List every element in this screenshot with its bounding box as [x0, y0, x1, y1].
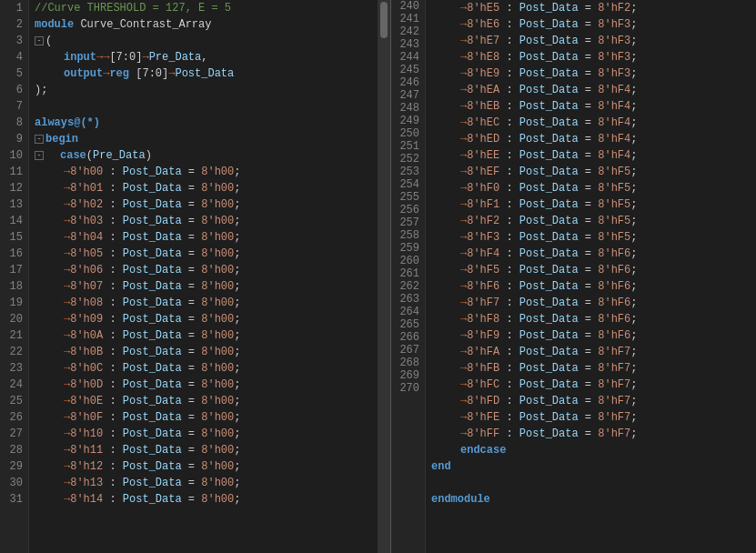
code-line-16: →8'h05 : Post_Data = 8'h00;: [35, 246, 378, 262]
r-line-242: →8'hE7 : Post_Data = 8'hF3;: [431, 33, 756, 49]
r-line-265: →8'hFE : Post_Data = 8'hF7;: [431, 409, 756, 426]
r-line-244: →8'hE9 : Post_Data = 8'hF3;: [431, 65, 756, 82]
r-line-256: →8'hF5 : Post_Data = 8'hF6;: [431, 262, 756, 278]
middle-scrollbar[interactable]: [378, 0, 390, 553]
right-pane: 240 241 242 243 244 245 246 247 248 249 …: [391, 0, 756, 553]
code-line-8: always@(*): [35, 115, 378, 131]
code-line-23: →8'h0C : Post_Data = 8'h00;: [35, 360, 378, 377]
code-line-2: module Curve_Contrast_Array: [35, 16, 378, 33]
code-line-26: →8'h0F : Post_Data = 8'h00;: [35, 409, 378, 426]
r-line-240: →8'hE5 : Post_Data = 8'hF2;: [431, 0, 756, 16]
r-line-264: →8'hFD : Post_Data = 8'hF7;: [431, 393, 756, 409]
code-line-24: →8'h0D : Post_Data = 8'h00;: [35, 377, 378, 393]
r-line-249: →8'hEE : Post_Data = 8'hF4;: [431, 147, 756, 164]
r-line-262: →8'hFB : Post_Data = 8'hF7;: [431, 360, 756, 377]
r-line-254: →8'hF3 : Post_Data = 8'hF5;: [431, 229, 756, 246]
r-line-245: →8'hEA : Post_Data = 8'hF4;: [431, 82, 756, 98]
fold-icon-10[interactable]: -: [35, 151, 44, 160]
code-line-28: →8'h11 : Post_Data = 8'h00;: [35, 442, 378, 458]
left-pane: 1 2 3 4 5 6 7 8 9 10 11 12 13 14 15 16 1…: [0, 0, 391, 553]
editor-container: 1 2 3 4 5 6 7 8 9 10 11 12 13 14 15 16 1…: [0, 0, 756, 553]
r-line-243: →8'hE8 : Post_Data = 8'hF3;: [431, 49, 756, 65]
r-line-241: →8'hE6 : Post_Data = 8'hF3;: [431, 16, 756, 33]
code-line-17: →8'h06 : Post_Data = 8'h00;: [35, 262, 378, 278]
r-line-251: →8'hF0 : Post_Data = 8'hF5;: [431, 180, 756, 196]
code-line-9: -begin: [35, 131, 378, 147]
right-line-numbers: 240 241 242 243 244 245 246 247 248 249 …: [391, 0, 426, 553]
code-line-7: [35, 98, 378, 115]
r-line-259: →8'hF8 : Post_Data = 8'hF6;: [431, 311, 756, 327]
code-line-4: input→→[7:0]→Pre_Data,: [35, 49, 378, 65]
r-line-253: →8'hF2 : Post_Data = 8'hF5;: [431, 213, 756, 229]
r-line-257: →8'hF6 : Post_Data = 8'hF6;: [431, 278, 756, 295]
code-line-21: →8'h0A : Post_Data = 8'h00;: [35, 327, 378, 344]
fold-icon-9[interactable]: -: [35, 135, 44, 144]
code-line-3: -(: [35, 33, 378, 49]
code-line-10: -case(Pre_Data): [35, 147, 378, 164]
code-line-13: →8'h02 : Post_Data = 8'h00;: [35, 196, 378, 213]
code-line-25: →8'h0E : Post_Data = 8'h00;: [35, 393, 378, 409]
r-line-267: endcase: [431, 442, 756, 458]
code-line-30: →8'h13 : Post_Data = 8'h00;: [35, 475, 378, 491]
r-line-266: →8'hFF : Post_Data = 8'hF7;: [431, 426, 756, 442]
code-line-22: →8'h0B : Post_Data = 8'h00;: [35, 344, 378, 360]
r-line-268: end: [431, 458, 756, 475]
r-line-248: →8'hED : Post_Data = 8'hF4;: [431, 131, 756, 147]
left-code-lines: //Curve THRESHOLD = 127, E = 5 module Cu…: [29, 0, 378, 553]
r-line-255: →8'hF4 : Post_Data = 8'hF6;: [431, 246, 756, 262]
code-line-15: →8'h04 : Post_Data = 8'h00;: [35, 229, 378, 246]
r-line-247: →8'hEC : Post_Data = 8'hF4;: [431, 115, 756, 131]
code-line-19: →8'h08 : Post_Data = 8'h00;: [35, 295, 378, 311]
code-line-18: →8'h07 : Post_Data = 8'h00;: [35, 278, 378, 295]
r-line-261: →8'hFA : Post_Data = 8'hF7;: [431, 344, 756, 360]
left-line-numbers: 1 2 3 4 5 6 7 8 9 10 11 12 13 14 15 16 1…: [0, 0, 29, 553]
code-line-29: →8'h12 : Post_Data = 8'h00;: [35, 458, 378, 475]
code-line-14: →8'h03 : Post_Data = 8'h00;: [35, 213, 378, 229]
r-line-263: →8'hFC : Post_Data = 8'hF7;: [431, 377, 756, 393]
code-line-1: //Curve THRESHOLD = 127, E = 5: [35, 0, 378, 16]
r-line-258: →8'hF7 : Post_Data = 8'hF6;: [431, 295, 756, 311]
fold-icon-3[interactable]: -: [35, 36, 44, 45]
code-line-12: →8'h01 : Post_Data = 8'h00;: [35, 180, 378, 196]
code-line-31: →8'h14 : Post_Data = 8'h00;: [35, 491, 378, 508]
r-line-270: endmodule: [431, 491, 756, 508]
right-code-lines: →8'hE5 : Post_Data = 8'hF2; →8'hE6 : Pos…: [426, 0, 756, 553]
r-line-250: →8'hEF : Post_Data = 8'hF5;: [431, 164, 756, 180]
r-line-246: →8'hEB : Post_Data = 8'hF4;: [431, 98, 756, 115]
code-line-5: output→reg [7:0]→Post_Data: [35, 65, 378, 82]
scroll-thumb[interactable]: [380, 2, 388, 38]
code-line-6: );: [35, 82, 378, 98]
r-line-260: →8'hF9 : Post_Data = 8'hF6;: [431, 327, 756, 344]
code-line-27: →8'h10 : Post_Data = 8'h00;: [35, 426, 378, 442]
code-line-11: →8'h00 : Post_Data = 8'h00;: [35, 164, 378, 180]
code-line-20: →8'h09 : Post_Data = 8'h00;: [35, 311, 378, 327]
r-line-252: →8'hF1 : Post_Data = 8'hF5;: [431, 196, 756, 213]
r-line-269: [431, 475, 756, 491]
